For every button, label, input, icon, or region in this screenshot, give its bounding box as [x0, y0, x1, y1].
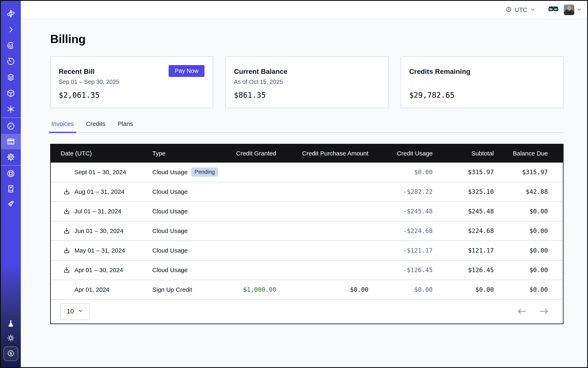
- table-row: Jun 01 – 30, 2024 Cloud Usage -$224.68 $…: [51, 221, 563, 241]
- gear-icon: [6, 153, 15, 162]
- tab-credits[interactable]: Credits: [85, 120, 107, 132]
- credit-card-icon: [6, 137, 15, 146]
- table-body: Sept 01 – 30, 2024 Cloud Usage Pending $…: [51, 163, 563, 300]
- current-balance-amount: $861.35: [234, 91, 266, 100]
- credit-purchase-amount-value: $0.00: [350, 286, 368, 293]
- invoice-period: Apr 01 – 30, 2024: [74, 267, 123, 274]
- credits-remaining-amount: $29,782.65: [409, 91, 455, 100]
- sidebar-item-observability[interactable]: [1, 37, 21, 54]
- layers-icon: [6, 73, 15, 82]
- credits-remaining-card: Credits Remaining $29,782.65: [401, 56, 563, 108]
- pagination-bar: 10: [51, 300, 563, 323]
- sidebar-item-models[interactable]: [1, 101, 21, 117]
- table-row: Aug 01 – 31, 2024 Cloud Usage -$282.22 $…: [51, 182, 563, 202]
- subtotal-value: $224.68: [468, 227, 494, 234]
- spiral-eye-icon: [6, 41, 15, 50]
- chevron-down-icon: [78, 308, 83, 315]
- topbar: UTC: [21, 1, 587, 19]
- subtotal-value: $315.97: [468, 168, 494, 176]
- page-size-select[interactable]: 10: [60, 303, 90, 320]
- sidebar-item-labs[interactable]: [1, 317, 21, 331]
- invoice-type: Cloud Usage: [152, 208, 188, 215]
- sidebar-item-history[interactable]: [1, 54, 21, 69]
- balance-due-value: $0.00: [529, 208, 548, 215]
- sidebar-item-launch[interactable]: [1, 196, 21, 211]
- next-page-button[interactable]: [539, 308, 549, 315]
- sidebar-item-resources[interactable]: [1, 85, 21, 101]
- arrow-right-icon: [539, 312, 549, 315]
- recent-bill-card: Recent Bill Sep 01 – Sep 30, 2025 $2,061…: [50, 56, 213, 108]
- credit-usage-value: -$282.22: [403, 188, 433, 195]
- sidebar-item-docs[interactable]: [1, 181, 21, 196]
- sidebar-item-settings[interactable]: [1, 149, 21, 165]
- pager-controls: [517, 308, 549, 315]
- column-header-type: Type: [152, 150, 224, 157]
- sidebar-item-billing[interactable]: [1, 134, 21, 149]
- credit-granted-value: $1,000.00: [243, 286, 276, 293]
- page-size-value: 10: [67, 308, 74, 315]
- column-header-date: Date (UTC): [51, 150, 152, 157]
- chevron-right-icon: [7, 25, 15, 34]
- sidebar: $: [1, 1, 21, 367]
- invoice-type: Sign Up Credit: [152, 286, 192, 293]
- current-balance-card: Current Balance As of Oct 15, 2025 $861.…: [225, 56, 388, 108]
- download-invoice-button[interactable]: [63, 227, 70, 235]
- card-title: Current Balance: [234, 67, 288, 75]
- balance-due-value: $0.00: [529, 227, 548, 234]
- download-invoice-button[interactable]: [63, 188, 70, 195]
- timezone-label: UTC: [515, 6, 527, 13]
- balance-due-value: $42.88: [526, 188, 548, 195]
- subtotal-value: $121.17: [468, 247, 494, 254]
- dollar-seal-icon: $: [6, 349, 15, 359]
- sidebar-item-logo[interactable]: [1, 6, 21, 22]
- recent-bill-amount: $2,061.35: [59, 91, 100, 100]
- rocket-icon: [6, 199, 15, 208]
- chevron-down-icon: [530, 7, 536, 13]
- pay-now-button[interactable]: Pay Now: [169, 65, 205, 77]
- 3d-glasses-button[interactable]: [548, 6, 559, 13]
- sidebar-item-collapse[interactable]: [1, 22, 21, 37]
- card-title: Credits Remaining: [409, 67, 470, 75]
- subtotal-value: $0.00: [475, 286, 494, 293]
- summary-cards: Recent Bill Sep 01 – Sep 30, 2025 $2,061…: [50, 56, 563, 108]
- card-title: Recent Bill: [59, 67, 95, 75]
- history-clock-icon: [6, 57, 15, 66]
- sidebar-item-theme[interactable]: [1, 331, 21, 345]
- credit-usage-value: -$224.68: [403, 227, 433, 234]
- download-invoice-button[interactable]: [63, 267, 70, 274]
- tab-plans[interactable]: Plans: [117, 120, 134, 132]
- sidebar-item-rewards[interactable]: $: [3, 346, 18, 361]
- asterisk-icon: [6, 105, 15, 114]
- credit-usage-value: $0.00: [414, 286, 433, 293]
- avatar[interactable]: [564, 4, 574, 15]
- sidebar-item-support[interactable]: [1, 166, 21, 181]
- download-invoice-button[interactable]: [63, 208, 70, 215]
- previous-page-button[interactable]: [517, 308, 527, 315]
- account-menu-button[interactable]: [576, 7, 582, 13]
- tab-invoices[interactable]: Invoices: [50, 120, 75, 132]
- invoices-table: Date (UTC) Type Credit Granted Credit Pu…: [50, 144, 563, 324]
- timezone-selector[interactable]: UTC: [506, 6, 536, 13]
- balance-due-value: $0.00: [529, 247, 548, 254]
- invoice-type: Cloud Usage: [152, 267, 188, 274]
- billing-tabs: Invoices Credits Plans: [50, 120, 563, 133]
- cube-icon: [6, 89, 15, 98]
- status-badge: Pending: [191, 167, 218, 177]
- column-header-credit-purchase-amount: Credit Purchase Amount: [276, 150, 368, 157]
- billing-period: Sep 01 – Sep 30, 2025: [59, 79, 119, 85]
- download-invoice-button[interactable]: [63, 247, 70, 254]
- table-row: Apr 01, 2024 Sign Up Credit $1,000.00 $0…: [51, 280, 563, 300]
- sidebar-item-layers[interactable]: [1, 69, 21, 85]
- chevron-down-icon: [576, 9, 582, 13]
- page-content: Billing Recent Bill Sep 01 – Sep 30, 202…: [21, 19, 587, 367]
- invoice-type: Cloud Usage: [152, 247, 188, 254]
- balance-as-of: As of Oct 15, 2025: [234, 79, 283, 85]
- invoice-type: Cloud Usage: [152, 188, 188, 195]
- invoice-period: Sept 01 – 30, 2024: [74, 169, 126, 176]
- credit-usage-value: -$126.45: [403, 267, 433, 274]
- gauge-icon: [6, 122, 15, 130]
- 3d-glasses-icon: [548, 10, 559, 13]
- table-row: Apr 01 – 30, 2024 Cloud Usage -$126.45 $…: [51, 260, 563, 280]
- column-header-credit-usage: Credit Usage: [368, 150, 433, 157]
- sidebar-item-usage[interactable]: [1, 118, 21, 134]
